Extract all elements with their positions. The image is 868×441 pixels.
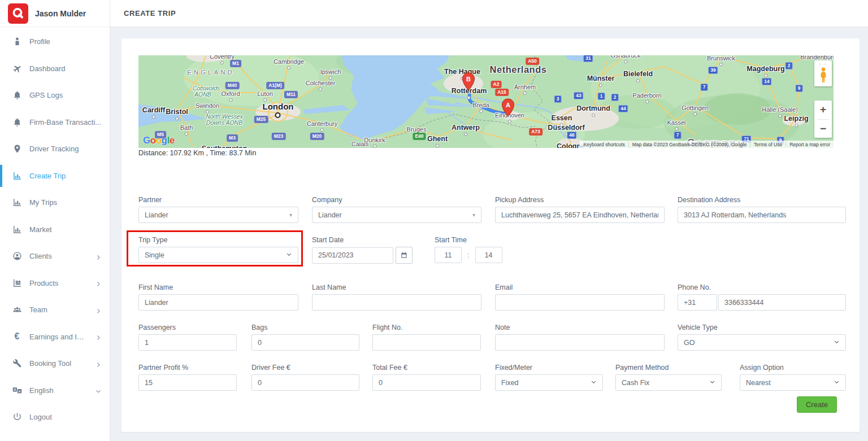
last-name-field: Last Name: [312, 283, 481, 311]
keyboard-shortcuts-link[interactable]: Keyboard shortcuts: [579, 142, 628, 147]
partner-select[interactable]: Liander ▾: [138, 207, 298, 223]
payment-method-field: Payment Method Cash Fix: [615, 364, 722, 391]
partner-profit-input[interactable]: [138, 374, 237, 391]
start-date-label: Start Date: [312, 236, 414, 244]
vehicle-type-label: Vehicle Type: [678, 324, 846, 331]
sidebar-item-clients[interactable]: Clients: [0, 243, 110, 270]
google-logo[interactable]: Google: [143, 135, 175, 146]
pickup-address-field: Pickup Address: [495, 196, 665, 223]
sidebar-item-gps-logs[interactable]: GPS Logs: [0, 82, 110, 109]
google-logo-letter: G: [143, 135, 150, 146]
chevron-right-icon: [95, 360, 102, 367]
last-name-input[interactable]: [312, 294, 481, 311]
sidebar-item-label: English: [29, 386, 88, 395]
map-label: Ghent: [427, 135, 448, 147]
sidebar-item-label: Team: [29, 305, 88, 314]
distance-note: Distance: 107.92 Km , Time: 83.7 Min: [138, 149, 256, 157]
pickup-address-input[interactable]: [495, 207, 665, 223]
partner-label: Partner: [138, 196, 298, 204]
bar-chart-icon: [12, 198, 22, 208]
start-date-field: Start Date: [312, 236, 414, 264]
sidebar-item-booking-tool[interactable]: Booking Tool: [0, 350, 110, 377]
pickup-address-label: Pickup Address: [495, 196, 665, 204]
destination-address-input[interactable]: [678, 207, 846, 223]
driver-fee-input[interactable]: [251, 374, 359, 391]
sidebar-item-create-trip[interactable]: Create Trip: [0, 163, 110, 190]
chevron-down-icon: [286, 251, 292, 259]
payment-method-select[interactable]: Cash Fix: [615, 374, 722, 391]
sidebar-item-firm-base-transacti[interactable]: Firm-Base Transacti...: [0, 109, 110, 136]
map-label: Antwerp: [452, 124, 480, 136]
chevron-right-icon: [95, 253, 102, 260]
road-badge: 2: [785, 62, 793, 69]
road-badge: M3: [227, 134, 238, 142]
note-input[interactable]: [495, 334, 665, 351]
trip-type-select[interactable]: Single: [138, 247, 298, 263]
person-icon: [12, 37, 22, 47]
street-view-control[interactable]: - -: [814, 60, 832, 86]
assign-option-select[interactable]: Nearest: [740, 374, 846, 391]
sidebar-item-profile[interactable]: Profile: [0, 28, 110, 55]
road-badge: M40: [225, 82, 240, 89]
passengers-input[interactable]: [138, 334, 237, 351]
sidebar-item-driver-tracking[interactable]: Driver Tracking: [0, 136, 110, 163]
user-name: Jason Mulder: [35, 9, 86, 18]
sidebar-item-market[interactable]: Market: [0, 216, 110, 243]
pegman-icon[interactable]: [818, 67, 828, 84]
chevron-right-icon: [95, 333, 102, 340]
sidebar-item-label: Clients: [29, 252, 88, 260]
phone-field: Phone No.: [678, 283, 846, 311]
google-logo-letter: o: [156, 135, 162, 146]
flight-no-input[interactable]: [372, 334, 481, 351]
company-select[interactable]: Liander ▾: [312, 207, 481, 223]
fixed-meter-select[interactable]: Fixed: [495, 374, 603, 391]
fixed-meter-value: Fixed: [501, 379, 519, 387]
map-canvas[interactable]: CoventryCambridgeIpswichColchesterENGLAN…: [138, 55, 834, 148]
create-button[interactable]: Create: [797, 396, 837, 413]
report-map-error-link[interactable]: Report a map error: [785, 142, 834, 147]
terms-of-use-link[interactable]: Terms of Use: [750, 142, 785, 147]
svg-text:★: ★: [18, 390, 21, 393]
assign-option-label: Assign Option: [740, 364, 846, 372]
email-field: Email: [495, 283, 665, 311]
assign-option-value: Nearest: [746, 379, 771, 387]
trip-type-label: Trip Type: [138, 236, 298, 244]
map-zoom-control: + −: [814, 101, 832, 138]
sidebar-item-team[interactable]: Team: [0, 296, 110, 324]
sidebar-item-products[interactable]: Products: [0, 270, 110, 297]
sidebar-item-logout[interactable]: Logout: [0, 404, 110, 431]
calendar-button[interactable]: [396, 247, 413, 264]
bags-input[interactable]: [251, 334, 359, 351]
map-attribution: Keyboard shortcutsMap data ©2023 GeoBasi…: [579, 141, 834, 148]
bags-field: Bags: [251, 324, 359, 351]
sidebar-item-earnings-and-invoices[interactable]: €Earnings and Invoices: [0, 324, 110, 351]
zoom-out-button[interactable]: −: [814, 120, 832, 138]
email-input[interactable]: [495, 294, 665, 311]
vehicle-type-select[interactable]: GO: [678, 334, 846, 351]
trip-type-field: Trip Type Single: [138, 236, 298, 263]
road-badge: 1: [598, 93, 605, 100]
phone-number-input[interactable]: [718, 294, 846, 311]
fixed-meter-label: Fixed/Meter: [495, 364, 603, 372]
total-fee-input[interactable]: [372, 374, 481, 391]
map-marker-a[interactable]: A: [501, 98, 515, 120]
sidebar-item-my-trips[interactable]: My Trips: [0, 189, 110, 216]
map-label: Brunswick: [707, 55, 735, 66]
start-date-input[interactable]: [312, 247, 393, 264]
phone-code-input[interactable]: [678, 294, 717, 311]
app-logo-icon[interactable]: [8, 3, 28, 24]
map-label: Münster: [587, 75, 615, 87]
svg-text:A: A: [14, 388, 16, 391]
start-time-hour-input[interactable]: [435, 247, 462, 263]
payment-method-label: Payment Method: [615, 364, 722, 372]
sidebar-item-english[interactable]: A★English: [0, 377, 110, 404]
first-name-input[interactable]: [138, 294, 298, 311]
zoom-in-button[interactable]: +: [814, 101, 832, 119]
partner-profit-field: Partner Profit %: [138, 364, 237, 391]
flight-no-label: Flight No.: [372, 324, 481, 331]
road-badge: 7: [701, 84, 708, 91]
sidebar-item-dashboard[interactable]: Dashboard: [0, 55, 110, 82]
map-label: Luton: [257, 90, 273, 102]
start-time-minute-input[interactable]: [475, 247, 502, 263]
map-marker-b[interactable]: B: [462, 72, 475, 94]
